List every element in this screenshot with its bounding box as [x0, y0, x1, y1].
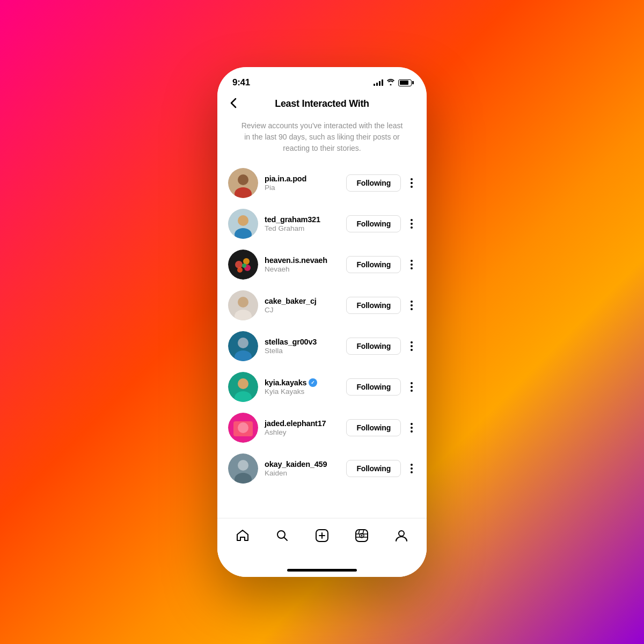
dot [411, 219, 413, 221]
username: pia.in.a.pod [265, 174, 306, 183]
following-button[interactable]: Following [346, 378, 401, 396]
nav-reels[interactable] [347, 524, 376, 547]
dot [411, 223, 413, 225]
dot [411, 341, 413, 343]
dot [411, 464, 413, 466]
page-header: Least Interacted With [217, 94, 427, 116]
avatar [228, 250, 258, 280]
username-row: cake_baker_cj [265, 297, 340, 305]
dot [411, 349, 413, 351]
display-name: CJ [265, 306, 340, 314]
list-item: jaded.elephant17 Ashley Following [226, 407, 418, 448]
dot [411, 308, 413, 310]
battery-icon [398, 79, 412, 86]
dot [411, 182, 413, 184]
following-button[interactable]: Following [346, 174, 401, 192]
user-info: ted_graham321 Ted Graham [265, 215, 340, 232]
user-info: cake_baker_cj CJ [265, 297, 340, 314]
user-info: kyia.kayaks ✓ Kyia Kayaks [265, 378, 340, 396]
list-item: kyia.kayaks ✓ Kyia Kayaks Following [226, 367, 418, 407]
username: heaven.is.nevaeh [265, 256, 327, 265]
nav-home[interactable] [228, 524, 257, 547]
display-name: Nevaeh [265, 265, 340, 273]
back-button[interactable] [228, 96, 239, 113]
page-title: Least Interacted With [275, 98, 369, 109]
svg-point-13 [238, 297, 248, 308]
more-options-button[interactable] [407, 380, 416, 394]
user-list-scroll[interactable]: pia.in.a.pod Pia Following ted_graham321 [217, 163, 427, 518]
username-row: pia.in.a.pod [265, 174, 340, 183]
dot [411, 345, 413, 347]
dot [411, 423, 413, 425]
display-name: Stella [265, 347, 340, 355]
wifi-icon [386, 79, 395, 87]
more-options-button[interactable] [407, 258, 416, 272]
dot [411, 304, 413, 306]
verified-badge: ✓ [309, 378, 317, 387]
display-name: Ashley [265, 428, 340, 436]
user-info: stellas_gr00v3 Stella [265, 338, 340, 355]
username: jaded.elephant17 [265, 419, 326, 428]
more-options-button[interactable] [407, 462, 416, 475]
more-options-button[interactable] [407, 421, 416, 435]
following-button[interactable]: Following [346, 460, 401, 477]
more-options-button[interactable] [407, 217, 416, 231]
avatar [228, 331, 258, 361]
list-item: cake_baker_cj CJ Following [226, 285, 418, 326]
dot [411, 178, 413, 180]
list-item: stellas_gr00v3 Stella Following [226, 326, 418, 367]
username: kyia.kayaks [265, 378, 306, 387]
more-options-button[interactable] [407, 298, 416, 312]
following-button[interactable]: Following [346, 338, 401, 355]
status-time: 9:41 [232, 77, 250, 88]
list-item: heaven.is.nevaeh Nevaeh Following [226, 244, 418, 285]
dot [411, 264, 413, 266]
dot [411, 301, 413, 303]
username: okay_kaiden_459 [265, 460, 327, 469]
status-bar: 9:41 [217, 67, 427, 94]
svg-point-32 [399, 531, 404, 536]
nav-search[interactable] [268, 524, 297, 547]
display-name: Ted Graham [265, 224, 340, 232]
username: stellas_gr00v3 [265, 338, 317, 346]
more-options-button[interactable] [407, 176, 416, 190]
username: ted_graham321 [265, 215, 320, 224]
dot [411, 226, 413, 229]
svg-point-16 [238, 338, 248, 348]
avatar [228, 372, 258, 402]
nav-add[interactable] [308, 524, 336, 547]
svg-point-31 [361, 535, 363, 536]
list-item: ted_graham321 Ted Graham Following [226, 203, 418, 244]
list-item: okay_kaiden_459 Kaiden Following [226, 448, 418, 489]
svg-point-7 [235, 261, 243, 268]
username-row: ted_graham321 [265, 215, 340, 224]
dot [411, 427, 413, 429]
user-info: heaven.is.nevaeh Nevaeh [265, 256, 340, 273]
following-button[interactable]: Following [346, 256, 401, 273]
username-row: kyia.kayaks ✓ [265, 378, 340, 387]
user-info: jaded.elephant17 Ashley [265, 419, 340, 436]
following-button[interactable]: Following [346, 297, 401, 314]
avatar [228, 413, 258, 443]
dot [411, 390, 413, 392]
display-name: Kaiden [265, 469, 340, 477]
dot [411, 430, 413, 433]
svg-point-11 [242, 264, 246, 268]
user-list: pia.in.a.pod Pia Following ted_graham321 [217, 163, 427, 489]
phone-frame: 9:41 [217, 67, 427, 577]
signal-icon [374, 79, 383, 86]
description-text: Review accounts you've interacted with t… [217, 116, 427, 163]
username-row: heaven.is.nevaeh [265, 256, 340, 265]
dot [411, 186, 413, 188]
dot [411, 471, 413, 473]
verified-check-icon: ✓ [311, 380, 315, 385]
dot [411, 260, 413, 262]
following-button[interactable]: Following [346, 215, 401, 232]
svg-point-1 [238, 174, 248, 185]
more-options-button[interactable] [407, 339, 416, 353]
dot [411, 467, 413, 470]
home-bar [287, 569, 357, 572]
following-button[interactable]: Following [346, 419, 401, 436]
dot [411, 267, 413, 269]
nav-profile[interactable] [387, 524, 416, 547]
